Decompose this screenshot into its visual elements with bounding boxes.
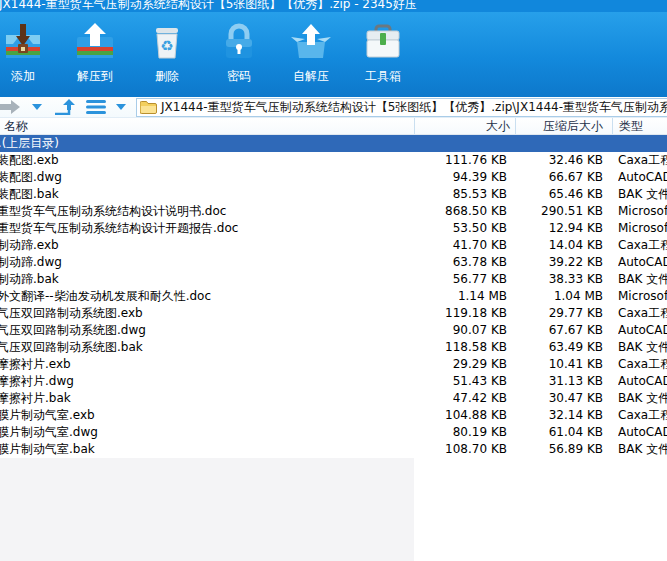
file-type-cell: BAK 文件 xyxy=(618,186,667,203)
file-type-cell: BAK 文件 xyxy=(618,339,667,356)
delete-button-label: 删除 xyxy=(155,68,179,85)
file-row[interactable]: ..(上层目录) xyxy=(0,135,667,152)
password-button[interactable]: 密码 xyxy=(204,19,274,85)
recycle-bin-icon: ♻ xyxy=(144,19,190,65)
file-row[interactable]: 摩擦衬片.bak 47.42 KB 30.47 KB BAK 文件 xyxy=(0,390,667,407)
extract-to-button[interactable]: 解压到 xyxy=(60,19,130,85)
file-row[interactable]: 装配图.exb 111.76 KB 32.46 KB Caxa工程 xyxy=(0,152,667,169)
password-button-label: 密码 xyxy=(227,68,251,85)
file-packed-size-cell: 1.04 MB xyxy=(515,288,603,305)
file-packed-size-cell: 14.04 KB xyxy=(515,237,603,254)
file-row[interactable]: 摩擦衬片.dwg 51.43 KB 31.13 KB AutoCAD xyxy=(0,373,667,390)
file-row[interactable]: 制动蹄.exb 41.70 KB 14.04 KB Caxa工程 xyxy=(0,237,667,254)
column-header-type[interactable]: 类型 xyxy=(612,118,667,134)
file-packed-size-cell: 32.46 KB xyxy=(515,152,603,169)
file-row[interactable]: 膜片制动气室.bak 108.70 KB 56.89 KB BAK 文件 xyxy=(0,441,667,458)
file-type-cell: AutoCAD xyxy=(618,322,667,339)
file-packed-size-cell: 32.14 KB xyxy=(515,407,603,424)
add-button-label: 添加 xyxy=(11,68,35,85)
file-type-cell xyxy=(618,135,667,152)
file-type-cell: Microsof xyxy=(618,220,667,237)
file-name-cell: 气压双回路制动系统图.bak xyxy=(0,339,410,356)
file-type-cell: BAK 文件 xyxy=(618,271,667,288)
file-packed-size-cell xyxy=(515,135,603,152)
file-type-cell: Microsof xyxy=(618,288,667,305)
file-packed-size-cell: 29.77 KB xyxy=(515,305,603,322)
column-header-size[interactable]: 大小 xyxy=(414,118,515,134)
history-chevron-down-icon[interactable] xyxy=(28,97,46,118)
folder-up-icon[interactable] xyxy=(52,97,76,118)
file-row[interactable]: 重型货车气压制动系统结构设计说明书.doc 868.50 KB 290.51 K… xyxy=(0,203,667,220)
file-size-cell: 80.19 KB xyxy=(414,424,507,441)
file-row[interactable]: 制动蹄.bak 56.77 KB 38.33 KB BAK 文件 xyxy=(0,271,667,288)
address-bar[interactable]: JX1444-重型货车气压制动系统结构设计【5张图纸】【优秀】.zip\JX14… xyxy=(136,98,667,117)
file-size-cell: 41.70 KB xyxy=(414,237,507,254)
file-size-cell: 104.88 KB xyxy=(414,407,507,424)
file-type-cell: AutoCAD xyxy=(618,424,667,441)
file-name-cell: 装配图.exb xyxy=(0,152,410,169)
file-name-cell: 膜片制动气室.exb xyxy=(0,407,410,424)
file-row[interactable]: 气压双回路制动系统图.exb 119.18 KB 29.77 KB Caxa工程 xyxy=(0,305,667,322)
file-row[interactable]: 气压双回路制动系统图.dwg 90.07 KB 67.67 KB AutoCAD xyxy=(0,322,667,339)
add-button[interactable]: 添加 xyxy=(0,19,58,85)
file-row[interactable]: 外文翻译--柴油发动机发展和耐久性.doc 1.14 MB 1.04 MB Mi… xyxy=(0,288,667,305)
file-name-cell: 装配图.dwg xyxy=(0,169,410,186)
file-row[interactable]: 装配图.bak 85.53 KB 65.46 KB BAK 文件 xyxy=(0,186,667,203)
file-packed-size-cell: 38.33 KB xyxy=(515,271,603,288)
file-size-cell: 56.77 KB xyxy=(414,271,507,288)
folder-icon xyxy=(140,101,157,114)
file-row[interactable]: 膜片制动气室.exb 104.88 KB 32.14 KB Caxa工程 xyxy=(0,407,667,424)
file-size-cell: 63.78 KB xyxy=(414,254,507,271)
file-packed-size-cell: 61.04 KB xyxy=(515,424,603,441)
file-row[interactable]: 气压双回路制动系统图.bak 118.58 KB 63.49 KB BAK 文件 xyxy=(0,339,667,356)
title-bar[interactable]: JX1444-重型货车气压制动系统结构设计【5张图纸】【优秀】.zip - 23… xyxy=(0,0,667,12)
self-extract-button-label: 自解压 xyxy=(293,68,329,85)
file-name-cell: 气压双回路制动系统图.dwg xyxy=(0,322,410,339)
file-name-cell: 制动蹄.dwg xyxy=(0,254,410,271)
file-row[interactable]: 膜片制动气室.dwg 80.19 KB 61.04 KB AutoCAD xyxy=(0,424,667,441)
file-type-cell: BAK 文件 xyxy=(618,390,667,407)
file-size-cell: 111.76 KB xyxy=(414,152,507,169)
window-title: JX1444-重型货车气压制动系统结构设计【5张图纸】【优秀】.zip - 23… xyxy=(0,0,417,12)
file-type-cell: Caxa工程 xyxy=(618,305,667,322)
file-type-cell: Caxa工程 xyxy=(618,356,667,373)
file-packed-size-cell: 10.41 KB xyxy=(515,356,603,373)
file-size-cell: 47.42 KB xyxy=(414,390,507,407)
add-archive-icon xyxy=(0,19,46,65)
file-packed-size-cell: 63.49 KB xyxy=(515,339,603,356)
file-name-cell: 制动蹄.bak xyxy=(0,271,410,288)
file-name-cell: 制动蹄.exb xyxy=(0,237,410,254)
file-packed-size-cell: 30.47 KB xyxy=(515,390,603,407)
file-name-cell: ..(上层目录) xyxy=(0,135,410,152)
file-name-cell: 外文翻译--柴油发动机发展和耐久性.doc xyxy=(0,288,410,305)
toolbox-button-label: 工具箱 xyxy=(365,68,401,85)
lock-icon xyxy=(216,19,262,65)
column-header-packed-size[interactable]: 压缩后大小 xyxy=(515,118,612,134)
file-name-cell: 摩擦衬片.dwg xyxy=(0,373,410,390)
forward-arrow-icon[interactable] xyxy=(0,97,22,118)
file-name-cell: 摩擦衬片.bak xyxy=(0,390,410,407)
file-rows: ..(上层目录) 装配图.exb 111.76 KB 32.46 KB Caxa… xyxy=(0,135,667,458)
self-extract-button[interactable]: 自解压 xyxy=(276,19,346,85)
column-header-name[interactable]: 名称 xyxy=(0,118,414,134)
extract-to-button-label: 解压到 xyxy=(77,68,113,85)
file-packed-size-cell: 12.94 KB xyxy=(515,220,603,237)
address-path: JX1444-重型货车气压制动系统结构设计【5张图纸】【优秀】.zip\JX14… xyxy=(161,99,667,116)
file-size-cell xyxy=(414,135,507,152)
toolbox-button[interactable]: 工具箱 xyxy=(348,19,418,85)
view-chevron-down-icon[interactable] xyxy=(112,97,130,118)
file-row[interactable]: 摩擦衬片.exb 29.29 KB 10.41 KB Caxa工程 xyxy=(0,356,667,373)
list-view-icon[interactable] xyxy=(84,97,108,118)
delete-button[interactable]: ♻ 删除 xyxy=(132,19,202,85)
file-row[interactable]: 制动蹄.dwg 63.78 KB 39.22 KB AutoCAD xyxy=(0,254,667,271)
file-row[interactable]: 重型货车气压制动系统结构设计开题报告.doc 53.50 KB 12.94 KB… xyxy=(0,220,667,237)
file-row[interactable]: 装配图.dwg 94.39 KB 66.67 KB AutoCAD xyxy=(0,169,667,186)
file-packed-size-cell: 290.51 KB xyxy=(515,203,603,220)
file-name-cell: 膜片制动气室.bak xyxy=(0,441,410,458)
file-size-cell: 90.07 KB xyxy=(414,322,507,339)
file-packed-size-cell: 31.13 KB xyxy=(515,373,603,390)
file-list-body: ..(上层目录) 装配图.exb 111.76 KB 32.46 KB Caxa… xyxy=(0,135,667,561)
file-name-cell: 摩擦衬片.exb xyxy=(0,356,410,373)
file-size-cell: 1.14 MB xyxy=(414,288,507,305)
file-packed-size-cell: 66.67 KB xyxy=(515,169,603,186)
